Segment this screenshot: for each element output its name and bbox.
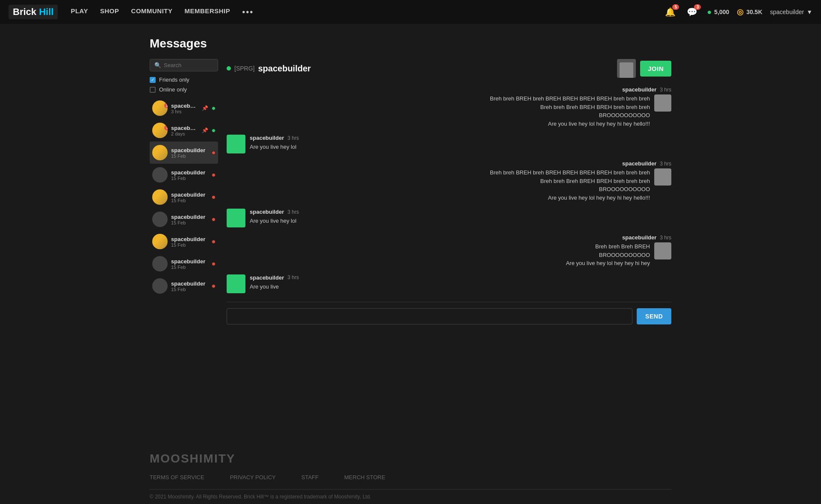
conv-name: spacebuilder [171, 214, 208, 220]
msg-header: spacebuilder 3 hrs [250, 274, 299, 281]
page-title: Messages [150, 37, 671, 50]
conversation-item[interactable]: spacebuilder 15 Feb [150, 164, 218, 186]
conv-time: 2 days [171, 131, 198, 136]
footer-logo: MOOSHIMITY [150, 452, 671, 466]
msg-content: spacebuilder 3 hrs Are you live [250, 274, 299, 291]
friends-only-filter[interactable]: Friends only [150, 77, 218, 83]
search-input[interactable] [164, 62, 213, 68]
more-dots[interactable]: ••• [242, 7, 254, 17]
conv-time: 3 hrs [171, 109, 198, 114]
notif-badge: 5 [672, 4, 679, 10]
gold-currency: ◎ 30.5K [737, 7, 762, 17]
msg-bubble: Breh breh Breh BREHBROOOOOOOOOOAre you l… [566, 242, 650, 268]
notifications-button[interactable]: 🔔 5 [663, 5, 677, 19]
online-dot [212, 284, 216, 288]
msg-header: spacebuilder 3 hrs [622, 160, 671, 167]
msg-avatar [227, 135, 245, 153]
msg-body: Breh breh BREH breh BREH BREH BREH BREH … [490, 94, 671, 128]
msg-time: 3 hrs [287, 135, 299, 141]
conversation-item[interactable]: spacebuilder 15 Feb [150, 275, 218, 297]
conv-avatar [152, 212, 168, 227]
messages-container: spacebuilder 3 hrs Breh breh BREH breh B… [227, 86, 671, 293]
chat-panel: [SPRG] spacebuilder JOIN spacebuilder [227, 59, 671, 324]
online-indicator-dot [227, 66, 231, 71]
msg-bubble: Are you live hey lol [250, 217, 299, 225]
msg-content: spacebuilder 3 hrs Are you live hey lol [250, 209, 299, 225]
footer-link[interactable]: PRIVACY POLICY [230, 474, 276, 480]
nav-membership[interactable]: MEMBERSHIP [185, 7, 230, 17]
conv-name: spacebuilder [171, 192, 208, 198]
footer-link[interactable]: MERCH STORE [344, 474, 385, 480]
conv-name: spacebuilder [171, 169, 208, 176]
conv-avatar [152, 167, 168, 183]
message-item: spacebuilder 3 hrs Are you live hey lol [227, 209, 671, 227]
msg-time: 3 hrs [287, 274, 299, 280]
friends-only-label: Friends only [159, 77, 189, 83]
conv-name: spacebuilder [171, 125, 198, 131]
search-icon: 🔍 [154, 62, 161, 68]
conv-info: spacebuilder 15 Feb [171, 214, 208, 225]
join-button[interactable]: JOIN [640, 61, 671, 77]
conv-info: spacebuilder 15 Feb [171, 192, 208, 203]
msg-avatar [654, 168, 671, 186]
msg-time: 3 hrs [660, 235, 671, 241]
friends-only-checkbox[interactable] [150, 77, 156, 83]
conv-avatar [152, 234, 168, 249]
footer-link[interactable]: TERMS OF SERVICE [150, 474, 204, 480]
gold-amount: 30.5K [746, 9, 762, 15]
msg-avatar [227, 209, 245, 227]
msg-sender: spacebuilder [622, 86, 656, 93]
msg-bubble: Breh breh BREH breh BREH BREH BREH BREH … [490, 168, 650, 202]
conversation-item[interactable]: 8 spacebuilder 2 days 📌 [150, 119, 218, 141]
conversation-item[interactable]: spacebuilder 15 Feb [150, 230, 218, 253]
messages-button[interactable]: 💬 3 [685, 5, 699, 19]
search-box[interactable]: 🔍 [150, 59, 218, 71]
conv-info: spacebuilder 2 days [171, 125, 198, 136]
nav-shop[interactable]: SHOP [100, 7, 119, 17]
navbar-right: 🔔 5 💬 3 ● 5,000 ◎ 30.5K spacebuilder ▼ [663, 5, 812, 19]
conv-avatar [152, 189, 168, 205]
conv-name: spacebuilder [171, 103, 198, 109]
logo: Brick Hill [9, 5, 58, 19]
message-item: spacebuilder 3 hrs Breh breh BREH breh B… [227, 86, 671, 128]
conv-name: spacebuilder [171, 280, 208, 287]
conversation-item[interactable]: 10+ spacebuilder 3 hrs 📌 [150, 97, 218, 119]
pin-icon: 📌 [202, 105, 208, 111]
conv-time: 15 Feb [171, 176, 208, 181]
conv-name: spacebuilder [171, 236, 208, 242]
msg-header: spacebuilder 3 hrs [622, 86, 671, 93]
online-only-checkbox[interactable] [150, 87, 156, 93]
nav-community[interactable]: COMMUNITY [131, 7, 173, 17]
conversation-item[interactable]: spacebuilder 15 Feb [150, 141, 218, 164]
msg-badge: 3 [694, 4, 701, 10]
online-dot [212, 129, 216, 133]
msg-avatar [227, 274, 245, 293]
unread-badge: 8 [164, 125, 168, 130]
conv-avatar [152, 145, 168, 160]
conv-time: 15 Feb [171, 287, 208, 292]
message-input[interactable] [227, 308, 632, 324]
conversation-item[interactable]: spacebuilder 15 Feb [150, 253, 218, 275]
msg-time: 3 hrs [660, 161, 671, 167]
nav-play[interactable]: PLAY [71, 7, 88, 17]
send-area: SEND [227, 302, 671, 324]
online-dot [212, 262, 216, 266]
messages-layout: 🔍 Friends only Online only 10+ [150, 59, 671, 324]
content-area: Messages 🔍 Friends only Online only [0, 24, 821, 439]
online-dot [212, 173, 216, 177]
conv-time: 15 Feb [171, 220, 208, 225]
bucks-amount: 5,000 [714, 9, 729, 15]
conv-info: spacebuilder 15 Feb [171, 169, 208, 181]
online-only-filter[interactable]: Online only [150, 86, 218, 93]
conv-info: spacebuilder 3 hrs [171, 103, 198, 114]
messages-page: Messages 🔍 Friends only Online only [150, 37, 671, 426]
conversation-item[interactable]: spacebuilder 15 Feb [150, 186, 218, 208]
footer-link[interactable]: STAFF [301, 474, 319, 480]
msg-header: spacebuilder 3 hrs [250, 209, 299, 215]
user-menu[interactable]: spacebuilder ▼ [770, 9, 812, 15]
conversation-item[interactable]: spacebuilder 15 Feb [150, 208, 218, 230]
send-button[interactable]: SEND [637, 308, 671, 324]
unread-badge: 10+ [164, 103, 168, 108]
navbar: Brick Hill PLAY SHOP COMMUNITY MEMBERSHI… [0, 0, 821, 24]
msg-header: spacebuilder 3 hrs [250, 135, 299, 141]
